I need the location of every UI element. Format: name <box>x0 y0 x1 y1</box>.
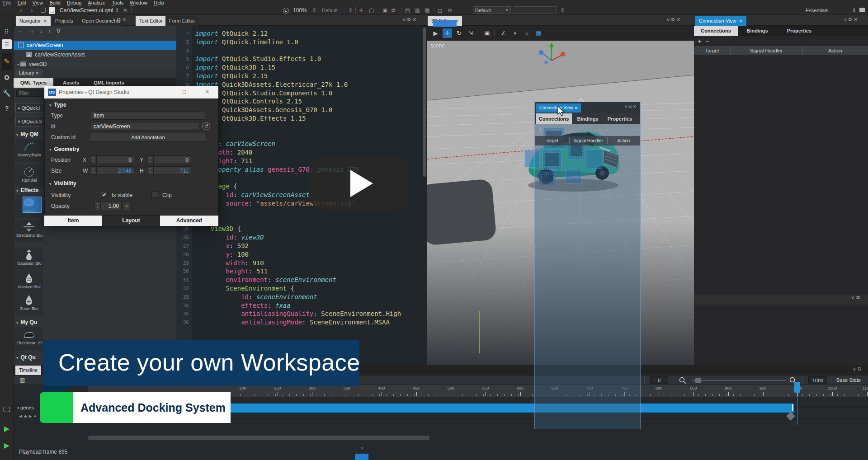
grid-icon[interactable]: ▦ <box>534 28 543 38</box>
right-dock-controls[interactable]: ∨⧉✕ <box>844 17 859 25</box>
light-icon[interactable]: ☼ <box>522 28 532 38</box>
tab-navigator[interactable]: Navigator✕ <box>16 16 51 26</box>
edit-mode-icon[interactable]: ☰ <box>2 39 12 49</box>
tree-item-view3d[interactable]: ▾ view3D <box>14 60 176 69</box>
code-line[interactable]: 35 antialiasingQuality: SceneEnvironment… <box>176 310 427 318</box>
zoom-slider[interactable] <box>692 380 786 381</box>
move-tool-icon[interactable]: ✛ <box>443 28 452 38</box>
zoom-out-icon[interactable] <box>679 377 686 384</box>
film-icon[interactable]: ▥ <box>20 377 25 383</box>
feedback-icon[interactable] <box>859 8 865 12</box>
code-line[interactable]: 4 <box>176 47 427 55</box>
x-stepper[interactable]: ∧∨ <box>90 155 96 164</box>
design-mode-icon[interactable]: ✎ <box>2 53 12 70</box>
zoom-level[interactable]: 100% <box>293 6 307 15</box>
snap-icon[interactable]: ⌖ <box>510 28 520 38</box>
editor-dock-controls[interactable]: ∨⧉✕ <box>402 17 418 25</box>
code-line[interactable]: 30 height: 511 <box>176 267 427 276</box>
tree-item-carviewscreen[interactable]: carViewScreen <box>14 41 176 50</box>
code-line[interactable]: 26 id: view3D <box>176 233 427 242</box>
library-item-batterydisplay[interactable]: Batterydispla <box>15 139 43 162</box>
state-combo[interactable]: Default▼ <box>473 6 511 14</box>
editor-scrollbar[interactable] <box>423 28 426 177</box>
fit-selected-icon[interactable]: ▣ <box>482 28 492 38</box>
rows-icon[interactable]: ▥ <box>415 6 420 15</box>
close-icon[interactable]: ✕ <box>205 89 209 95</box>
tab-connection-view[interactable]: Connection View✕ <box>695 16 746 26</box>
connections-tab[interactable]: Connections <box>694 26 738 36</box>
add-connection-icon[interactable]: + <box>538 125 542 132</box>
type-field[interactable]: Item <box>91 111 205 120</box>
tab-projects[interactable]: Projects <box>52 16 77 26</box>
open-file-name[interactable]: CarViewScreen.ui.qml <box>60 6 113 15</box>
snapping-icon[interactable]: ⧉ <box>392 6 396 15</box>
video-play-button[interactable] <box>309 156 410 211</box>
forward-icon[interactable]: › <box>31 6 33 15</box>
library-item-gaussian-blur[interactable]: Gaussian Blu <box>15 248 43 270</box>
floating-connections-tab[interactable]: Connections <box>536 113 572 124</box>
w-field[interactable]: 2.048 <box>96 166 134 175</box>
run-preview-icon[interactable]: ▶ <box>283 8 289 14</box>
dock-controls[interactable]: ∨⧉ <box>851 295 862 300</box>
close-icon[interactable]: ✕ <box>36 71 39 75</box>
menu-analyze[interactable]: Analyze <box>88 0 105 6</box>
debug-mode-icon[interactable]: 🞉 <box>2 73 12 83</box>
rotate-tool-icon[interactable]: ↻ <box>454 28 464 38</box>
base-state-button[interactable]: Base State <box>836 376 861 384</box>
close-icon[interactable]: ✕ <box>575 106 578 110</box>
menu-build[interactable]: Build <box>49 0 60 6</box>
bottom-scroll-indicator[interactable] <box>355 454 368 460</box>
menu-edit[interactable]: Edit <box>18 0 26 6</box>
code-line[interactable]: 3import QtQuick.Timeline 1.0 <box>176 38 427 47</box>
columns-icon[interactable]: ▤ <box>405 6 410 15</box>
code-line[interactable]: 32 SceneEnvironment { <box>176 284 427 293</box>
show-bounds-icon[interactable]: ▣ <box>382 6 387 15</box>
add-connection-icon[interactable]: + <box>698 37 702 45</box>
code-line[interactable]: 31 environment: sceneEnvironment <box>176 276 427 284</box>
timeline-h-scrollbar[interactable] <box>88 436 429 440</box>
close-file-icon[interactable]: ✕ <box>123 6 127 15</box>
section-geometry[interactable]: ▾Geometry <box>49 146 80 152</box>
kit-selector[interactable]: Essentials <box>806 6 828 15</box>
kit-spinner-icon[interactable]: ⇕ <box>852 6 856 15</box>
library-item-masked-blur[interactable]: Masked Blur <box>15 271 43 294</box>
scale-tool-icon[interactable]: ⇲ <box>466 28 476 38</box>
tree-item-carviewscreenasset[interactable]: carViewScreenAsset <box>14 50 176 59</box>
code-line[interactable]: 2import QtQuick 2.12 <box>176 29 427 38</box>
opacity-dropdown-icon[interactable]: ∨ <box>123 202 131 210</box>
opacity-field[interactable]: 1,00 <box>101 202 122 210</box>
timeline-dock-controls[interactable]: ∨⧉ <box>853 366 863 374</box>
keyframe-nav[interactable]: ◀◆▶● <box>19 414 38 418</box>
floating-bindings-tab[interactable]: Bindings <box>572 113 604 124</box>
reset-id-icon[interactable]: ↺ <box>202 122 210 130</box>
help-mode-icon[interactable]: ? <box>2 103 12 113</box>
section-visibility[interactable]: ▾Visibility <box>49 180 76 187</box>
code-line[interactable]: 33 id: sceneEnvironment <box>176 293 427 301</box>
remove-connection-icon[interactable]: − <box>705 37 709 45</box>
scene-breadcrumb[interactable]: scene <box>430 42 445 49</box>
x-field[interactable]: 0 <box>96 155 134 164</box>
code-line[interactable]: 36 antialiasingMode: SceneEnvironment.MS… <box>176 318 427 327</box>
code-line[interactable]: 6import QtQuick3D 1.15 <box>176 63 427 72</box>
code-line[interactable]: 27 x: 592 <box>176 242 427 250</box>
debug-run-icon[interactable]: ▶ <box>2 441 12 451</box>
menu-file[interactable]: File <box>3 0 11 6</box>
empty-combo[interactable] <box>514 6 557 14</box>
timeline-track-bar[interactable] <box>231 404 794 413</box>
tab-form-editor[interactable]: Form Editor <box>165 16 198 26</box>
track-name[interactable]: ▾ genes <box>17 405 34 410</box>
menu-help[interactable]: Help <box>154 0 164 6</box>
select-tool-icon[interactable]: ▶ <box>431 28 440 38</box>
h-field[interactable]: 711 <box>153 166 191 175</box>
frame-selection-icon[interactable]: ▢ <box>369 6 374 15</box>
library-item-electriccar[interactable]: Electriccar_27 <box>15 327 43 350</box>
run-icon[interactable]: ▶ <box>2 424 12 434</box>
is-visible-checkbox[interactable]: ✔ <box>101 191 108 198</box>
dialog-tab-item[interactable]: Item <box>44 216 102 226</box>
floating-connection-view[interactable]: Connection View ✕ ∨⧉✕ Connections Bindin… <box>534 102 641 429</box>
code-line[interactable]: 29 width: 910 <box>176 259 427 268</box>
w-stepper[interactable]: ∧∨ <box>90 166 96 175</box>
library-item-zoom-blur[interactable]: Zoom Blur <box>15 293 43 315</box>
code-line[interactable]: 34 effects: fxaa <box>176 301 427 310</box>
menu-window[interactable]: Window <box>130 0 147 6</box>
